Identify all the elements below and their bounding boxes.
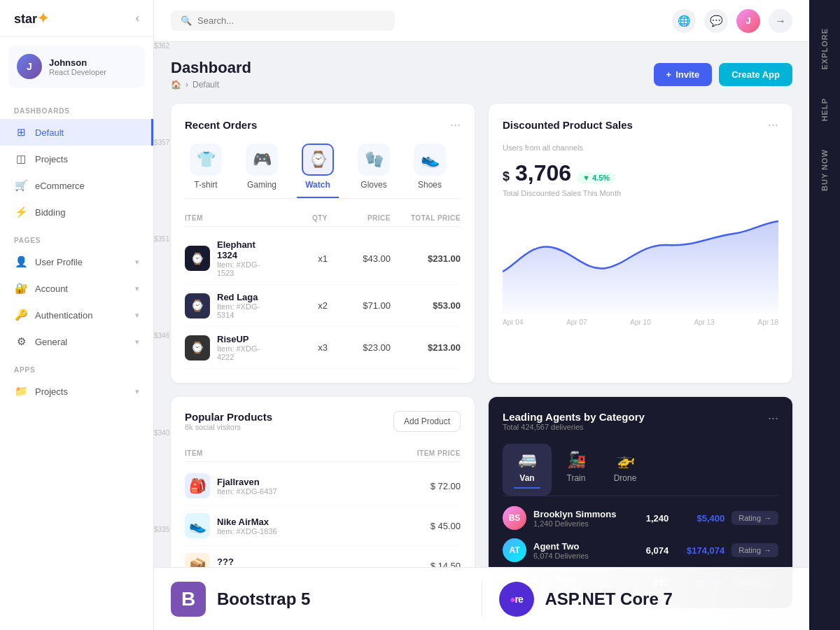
page-header: Dashboard 🏠 › Default + Invite Create Ap… [171,59,792,90]
sidebar-item-ecommerce[interactable]: 🛒 eCommerce [0,172,153,199]
sales-value: $ 3,706 ▼ 4.5% [503,160,778,186]
right-panel: Explore Help Buy now [809,0,840,630]
agents-title: Leading Agents by Category [503,411,645,423]
order-item-id: Item: #XDG-5314 [217,302,272,319]
apps-section-label: APPS [0,355,153,378]
avatar: J [17,54,42,79]
sidebar-item-default[interactable]: ⊞ Default [0,119,153,146]
agent-count: 6,074 [634,545,668,556]
sales-number: 3,706 [515,160,571,186]
search-input[interactable] [197,15,385,26]
agents-more-button[interactable]: ··· [768,411,778,426]
agents-tabs: 🚐 Van 🚂 Train 🚁 Drone [503,444,778,496]
y-label: $351 [154,235,169,243]
agent-info: Agent Two 6,074 Deliveries [533,541,626,560]
bootstrap-icon: B [171,582,206,617]
arrow-right-icon: → [764,546,771,554]
explore-label[interactable]: Explore [820,14,829,84]
sidebar-item-bidding[interactable]: ⚡ Bidding [0,199,153,225]
breadcrumb-home-icon: 🏠 [171,80,181,90]
bootstrap-title: Bootstrap 5 [217,589,310,609]
tab-watch-label: Watch [305,180,330,190]
col-total: TOTAL PRICE [391,214,461,222]
topbar-avatar[interactable]: J [736,9,760,33]
recent-orders-title: Recent Orders [185,119,257,131]
sidebar-item-label: User Profile [35,257,128,267]
chevron-down-icon: ▾ [135,284,139,293]
messages-icon[interactable]: 💬 [704,9,728,33]
agent-tab-train[interactable]: 🚂 Train [552,444,601,496]
create-app-button[interactable]: Create App [719,63,792,86]
rating-button[interactable]: Rating → [732,543,778,557]
y-label: $346 [154,332,169,340]
discounted-sales-title: Discounted Product Sales [503,119,633,131]
agent-tab-drone[interactable]: 🚁 Drone [601,444,650,496]
order-item-details: RiseUP Item: #XDG-4222 [217,334,272,361]
help-label[interactable]: Help [820,84,829,135]
sidebar-item-label: Projects [35,154,139,164]
discounted-sales-more-button[interactable]: ··· [768,118,778,132]
products-table-header: ITEM ITEM PRICE [185,445,461,462]
sidebar-toggle-button[interactable]: ‹ [136,12,139,24]
page-title-area: Dashboard 🏠 › Default [171,59,251,90]
chevron-down-icon: ▾ [135,387,139,396]
order-item-info: ⌚ RiseUP Item: #XDG-4222 [185,334,272,361]
sidebar-item-projects[interactable]: ◫ Projects [0,146,153,172]
sidebar-item-authentication[interactable]: 🔑 Authentication ▾ [0,302,153,328]
agent-tab-van[interactable]: 🚐 Van [503,444,552,496]
x-label: Apr 18 [758,318,778,326]
aspnet-banner: ●re ASP.NET Core 7 [482,582,810,617]
grid-icon: ⊞ [14,125,28,139]
col-item: ITEM [185,214,272,222]
sales-currency: $ [503,169,510,184]
order-item-name: Elephant 1324 [217,239,272,260]
user-name: Johnson [49,57,106,68]
sidebar-item-apps-projects[interactable]: 📁 Projects ▾ [0,378,153,405]
user-icon: 👤 [14,255,28,269]
header-actions: + Invite Create App [654,63,792,86]
table-row: ⌚ Red Laga Item: #XDG-5314 x2 $71.00 $53… [185,285,461,327]
y-label: $340 [154,429,169,437]
chart-x-labels: Apr 04 Apr 07 Apr 10 Apr 13 Apr 18 [503,318,778,326]
order-item-id: Item: #XDG-4222 [217,344,272,361]
arrow-right-icon: → [764,514,771,522]
tab-gloves[interactable]: 🧤 Gloves [353,144,395,198]
topbar-icons: 🌐 💬 J → [672,9,792,33]
recent-orders-more-button[interactable]: ··· [450,118,461,132]
user-card: J Johnson React Developer [8,46,145,88]
order-price: $23.00 [328,342,391,353]
recent-orders-header: Recent Orders ··· [185,118,461,132]
add-product-button[interactable]: Add Product [393,411,461,432]
order-item-name: RiseUP [217,334,272,344]
tab-tshirt[interactable]: 👕 T-shirt [185,144,227,198]
bootstrap-b: B [181,588,195,610]
sidebar: star✦ ‹ J Johnson React Developer DASHBO… [0,0,154,630]
arrow-right-icon[interactable]: → [769,9,792,33]
sidebar-item-user-profile[interactable]: 👤 User Profile ▾ [0,248,153,275]
product-price: $ 45.00 [391,521,461,531]
sidebar-item-label: Account [35,284,128,294]
invite-button[interactable]: + Invite [654,63,713,86]
order-qty: x3 [272,342,328,353]
account-icon: 🔐 [14,281,28,295]
tab-gaming[interactable]: 🎮 Gaming [241,144,283,198]
popular-products-header: Popular Products 8k social visitors Add … [185,411,461,441]
buy-now-label[interactable]: Buy now [820,135,829,205]
chart-wrapper: $362 $357 $351 $346 $340 $335 $330 [503,209,778,326]
sidebar-item-account[interactable]: 🔐 Account ▾ [0,275,153,302]
popular-products-subtitle: 8k social visitors [185,423,272,431]
col-price: PRICE [328,214,391,222]
notifications-icon[interactable]: 🌐 [672,9,696,33]
tab-watch[interactable]: ⌚ Watch [297,144,339,198]
rating-button[interactable]: Rating → [732,511,778,525]
agent-deliveries: 6,074 Deliveries [533,552,626,560]
tab-shoes[interactable]: 👟 Shoes [409,144,451,198]
agent-count: 1,240 [634,513,668,524]
popular-products-title: Popular Products [185,411,272,423]
banner-overlay: B Bootstrap 5 ●re ASP.NET Core 7 [154,567,809,630]
product-details: Nike AirMax Item: #XDG-1836 [217,517,277,536]
sidebar-item-general[interactable]: ⚙ General ▾ [0,328,153,355]
search-box[interactable]: 🔍 [171,10,395,31]
aspnet-icon: ●re [499,582,534,617]
search-icon: 🔍 [181,15,192,26]
